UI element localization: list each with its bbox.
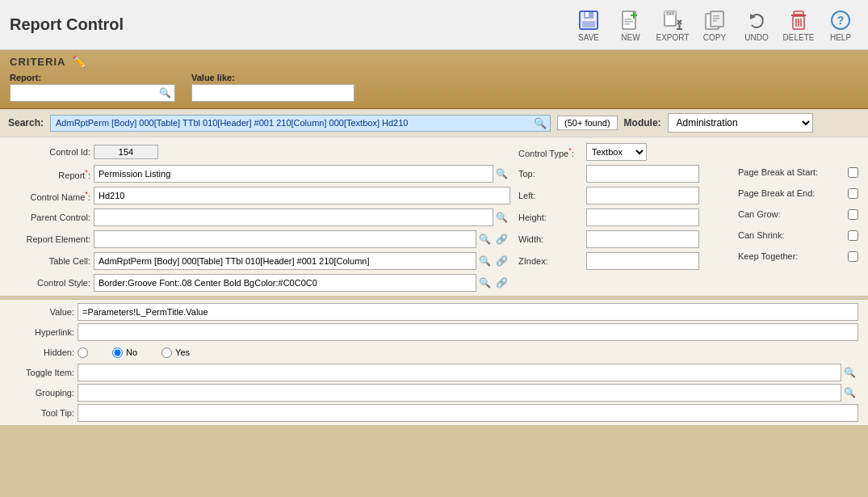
criteria-section: CRITERIA ✏️ Report: 🔍 Value like:	[0, 50, 868, 109]
module-select[interactable]: Administration Core Finance HR Sales	[668, 113, 813, 133]
page-break-end-label: Page Break at End:	[738, 188, 843, 198]
grouping-search-button[interactable]: 🔍	[841, 386, 858, 399]
hidden-label: Hidden:	[10, 347, 74, 357]
toggle-item-input[interactable]	[78, 364, 841, 381]
toggle-item-search-button[interactable]: 🔍	[841, 366, 858, 379]
width-input[interactable]	[586, 230, 699, 248]
tool-tip-input[interactable]	[78, 404, 858, 422]
svg-rect-20	[713, 18, 719, 19]
table-cell-search-button[interactable]: 🔍	[476, 255, 493, 267]
eraser-icon[interactable]: ✏️	[72, 55, 86, 68]
undo-icon	[744, 7, 769, 33]
main-divider	[0, 297, 868, 298]
can-grow-checkbox[interactable]	[848, 209, 858, 220]
control-style-wrap: 🔍 🔗	[94, 274, 510, 292]
can-shrink-checkbox[interactable]	[848, 230, 858, 241]
report-element-input[interactable]	[94, 230, 476, 248]
control-name-input[interactable]	[94, 187, 510, 204]
hyperlink-label: Hyperlink:	[10, 327, 74, 337]
keep-together-checkbox[interactable]	[848, 251, 858, 262]
page-break-start-row: Page Break at Start:	[738, 163, 858, 181]
hidden-none-radio[interactable]	[78, 347, 88, 358]
svg-rect-23	[794, 11, 803, 15]
value-label: Value:	[10, 307, 74, 317]
module-label: Module:	[624, 117, 661, 128]
page-break-end-row: Page Break at End:	[738, 184, 858, 202]
copy-button[interactable]: COPY	[697, 7, 732, 42]
control-style-label: Control Style:	[10, 278, 90, 288]
width-label: Width:	[518, 234, 583, 244]
value-input[interactable]	[78, 303, 858, 321]
checkbox-section: Page Break at Start: Page Break at End: …	[722, 142, 858, 293]
report-input-wrap: 🔍	[94, 165, 510, 183]
control-id-row: Control Id:	[10, 142, 510, 162]
report-criteria-input[interactable]	[10, 85, 156, 101]
can-grow-row: Can Grow:	[738, 205, 858, 223]
search-go-button[interactable]: 🔍	[530, 116, 550, 131]
control-id-input[interactable]	[94, 145, 158, 159]
search-input-wrap: 🔍	[50, 115, 551, 132]
control-style-search-button[interactable]: 🔍	[476, 276, 493, 289]
export-icon: TXT	[660, 7, 686, 33]
hidden-row: Hidden: No Yes	[10, 343, 858, 361]
value-like-input[interactable]	[192, 85, 354, 101]
zindex-row: ZIndex:	[518, 251, 714, 271]
table-cell-link-button[interactable]: 🔗	[493, 255, 510, 267]
report-element-search-button[interactable]: 🔍	[476, 233, 493, 246]
search-bar: Search: 🔍 (50+ found) Module: Administra…	[0, 109, 868, 137]
control-style-row: Control Style: 🔍 🔗	[10, 273, 510, 293]
help-icon: ?	[828, 7, 853, 33]
report-row: Report*: 🔍	[10, 164, 510, 183]
top-row: Top:	[518, 164, 714, 183]
hidden-yes-radio[interactable]	[161, 347, 172, 358]
svg-rect-3	[585, 12, 589, 17]
report-search-button[interactable]: 🔍	[156, 86, 174, 100]
main-form: Control Id: Report*: 🔍 Control Name*: Pa…	[0, 137, 868, 296]
new-button[interactable]: NEW	[613, 7, 648, 42]
toolbar: SAVE NEW TXT	[571, 7, 858, 42]
hidden-no-radio[interactable]	[112, 347, 123, 358]
page-break-end-checkbox[interactable]	[848, 188, 858, 199]
criteria-label: CRITERIA	[10, 56, 65, 68]
control-type-label: Control Type*:	[518, 146, 583, 158]
svg-text:?: ?	[837, 14, 845, 27]
report-input[interactable]	[94, 165, 493, 183]
hyperlink-input[interactable]	[78, 323, 858, 341]
parent-control-label: Parent Control:	[10, 213, 90, 222]
control-style-input[interactable]	[94, 274, 476, 292]
left-label: Left:	[518, 191, 583, 200]
table-cell-row: Table Cell: 🔍 🔗	[10, 251, 510, 271]
left-input[interactable]	[586, 187, 699, 204]
hidden-no-option: No	[112, 347, 137, 358]
control-type-select[interactable]: Textbox Label Image Subreport	[586, 143, 647, 161]
report-search-button[interactable]: 🔍	[493, 167, 510, 180]
help-button[interactable]: ? HELP	[823, 7, 858, 42]
control-style-link-button[interactable]: 🔗	[493, 276, 510, 289]
parent-control-search-button[interactable]: 🔍	[493, 211, 510, 224]
keep-together-row: Keep Together:	[738, 247, 858, 265]
report-criteria-label: Report:	[10, 73, 175, 82]
right-form-fields: Control Type*: Textbox Label Image Subre…	[518, 142, 714, 293]
parent-control-input[interactable]	[94, 208, 493, 226]
page-break-start-checkbox[interactable]	[848, 167, 858, 178]
height-input[interactable]	[586, 208, 699, 226]
grouping-input[interactable]	[78, 384, 841, 402]
delete-button[interactable]: DELETE	[781, 7, 816, 42]
save-button[interactable]: SAVE	[571, 7, 606, 42]
export-button[interactable]: TXT EXPORT	[655, 7, 690, 42]
toggle-item-row: Toggle Item: 🔍	[10, 364, 858, 381]
found-badge[interactable]: (50+ found)	[557, 116, 618, 130]
parent-control-wrap: 🔍	[94, 208, 510, 226]
undo-button[interactable]: UNDO	[739, 7, 774, 42]
copy-icon	[702, 7, 728, 33]
table-cell-input[interactable]	[94, 252, 476, 270]
search-input[interactable]	[51, 116, 530, 130]
zindex-input[interactable]	[586, 252, 699, 270]
svg-rect-7	[625, 19, 631, 20]
top-input[interactable]	[586, 165, 699, 183]
table-cell-wrap: 🔍 🔗	[94, 252, 510, 270]
value-like-label: Value like:	[191, 73, 354, 82]
parent-control-row: Parent Control: 🔍	[10, 208, 510, 227]
control-name-row: Control Name*:	[10, 186, 510, 205]
report-element-link-button[interactable]: 🔗	[493, 233, 510, 246]
